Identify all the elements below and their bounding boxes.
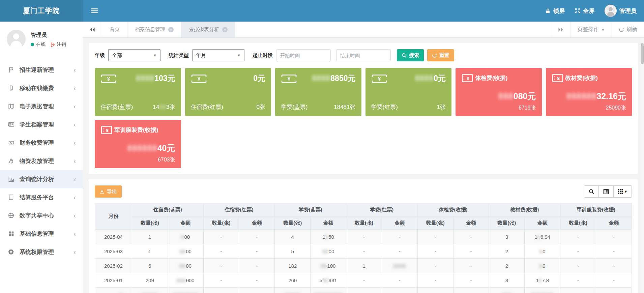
group-column-header: 学费(蓝票) (275, 203, 346, 216)
value-text: - (577, 263, 579, 269)
value-text: - (363, 248, 365, 254)
export-button[interactable]: 导出 (95, 185, 122, 198)
table-columns-button[interactable]: ▼ (614, 185, 632, 198)
tab[interactable]: 票据报表分析× (181, 22, 235, 37)
table-cell: 8888 (382, 259, 417, 273)
month-cell: 2025-02 (95, 259, 132, 273)
download-icon (99, 189, 105, 194)
start-date-input[interactable] (276, 49, 331, 61)
sidebar-item-label: 学生档案管理 (20, 121, 54, 128)
redacted-value: 8 (181, 234, 184, 240)
tab-operations-dropdown[interactable]: 页签操作 ▼ (570, 22, 612, 37)
sidebar-item-label: 查询统计分析 (20, 175, 54, 183)
sidebar-item[interactable]: 招生迎新管理‹ (0, 61, 83, 79)
card-title: 学费(红票) (371, 103, 398, 111)
tab[interactable]: 档案信息管理× (127, 22, 181, 37)
table-view-toolbar: ▼ (584, 185, 632, 198)
sub-column-header: 金额 (453, 216, 489, 230)
sidebar-item[interactable]: 系统权限管理‹ (0, 243, 83, 261)
table-cell (417, 288, 453, 293)
table-list-view-button[interactable] (599, 185, 614, 198)
lock-screen-button[interactable]: 锁屏 (545, 7, 565, 15)
search-button[interactable]: 搜索 (397, 49, 424, 61)
tab-close-icon[interactable]: × (222, 27, 228, 32)
value-text: 100 (327, 263, 335, 269)
fullscreen-button[interactable]: 全屏 (575, 7, 594, 15)
table-cell (239, 288, 275, 293)
table-cell: - (596, 273, 632, 288)
chevron-left-icon: ‹ (74, 176, 76, 182)
stat-type-select[interactable]: 年月 ▼ (192, 49, 244, 61)
value-text: 0元 (253, 74, 265, 83)
value-text: 6703张 (158, 157, 175, 163)
chevron-left-icon: ‹ (74, 157, 76, 164)
value-text: - (256, 277, 258, 283)
sub-column-header: 数量(张) (489, 216, 525, 230)
table-row: 2024-18888888888888888888888888888888888… (95, 288, 632, 293)
redacted-value: 88888888 (173, 292, 198, 293)
refresh-icon (432, 53, 437, 58)
card-amount: 88880元 (415, 73, 446, 84)
caret-down-icon: ▼ (237, 53, 241, 57)
user-menu[interactable]: 管理员 (605, 5, 637, 17)
value-text: - (613, 263, 615, 269)
table-cell: - (239, 230, 275, 244)
tab[interactable]: 首页 (102, 22, 127, 37)
value-text: 2025-01 (104, 277, 123, 283)
redacted-value: 888 (177, 277, 186, 283)
map-icon (7, 103, 15, 109)
table-cell: 182 (275, 259, 311, 273)
tab-close-icon[interactable]: × (168, 27, 174, 32)
grid-icon (7, 231, 15, 237)
redacted-value: 8 (539, 248, 543, 254)
table-cell: - (560, 273, 596, 288)
svg-text:¥: ¥ (288, 76, 291, 82)
grade-select[interactable]: 全部 ▼ (108, 49, 160, 61)
sidebar-item[interactable]: 数字共享中心‹ (0, 206, 83, 225)
table-cell: - (239, 259, 275, 273)
card-amount: 88888840元 (127, 143, 175, 154)
stat-card: ¥0元住宿费(红票)0张 (185, 68, 271, 116)
table-search-button[interactable] (584, 185, 599, 198)
redacted-value: 888 (502, 292, 511, 293)
card-count: 14883张 (153, 103, 175, 111)
refresh-tab-button[interactable]: 刷新 (612, 22, 644, 37)
table-cell: - (382, 273, 417, 288)
sidebar-item[interactable]: 物资发放管理‹ (0, 152, 83, 170)
ticket-yen-icon: ¥ (100, 73, 117, 84)
sidebar-item[interactable]: 电子票据管理‹ (0, 97, 83, 115)
table-cell: 88888888 (168, 288, 203, 293)
vertical-scrollbar-track[interactable] (641, 38, 644, 293)
redacted-value: 88 (322, 248, 329, 254)
mobile-icon (7, 85, 15, 91)
sidebar-item[interactable]: 学生档案管理‹ (0, 115, 83, 134)
vertical-scrollbar-thumb[interactable] (641, 43, 644, 64)
sidebar-item[interactable]: 移动在线缴费‹ (0, 79, 83, 97)
redacted-value: 888888 (127, 143, 157, 153)
tabs-scroll-left-button[interactable] (83, 22, 102, 37)
table-cell: 1 (346, 259, 382, 273)
card-title: 教材费(收据) (565, 74, 598, 82)
sidebar-item[interactable]: 结算服务平台‹ (0, 188, 83, 206)
sidebar-item[interactable]: 查询统计分析‹ (0, 170, 83, 188)
end-date-input[interactable] (336, 49, 391, 61)
value-text: 6.94 (540, 234, 550, 240)
table-cell: 1 (132, 230, 168, 244)
tabs-scroll-right-button[interactable] (551, 22, 570, 37)
sidebar-item[interactable]: 基础信息管理‹ (0, 225, 83, 243)
sidebar-item-label: 系统权限管理 (20, 248, 54, 256)
sidebar-toggle-button[interactable] (91, 0, 98, 22)
sidebar-menu: 招生迎新管理‹移动在线缴费‹电子票据管理‹学生档案管理‹财务收费管理‹物资发放管… (0, 61, 83, 261)
redacted-value: 8888888 (531, 292, 553, 293)
redacted-value: 888 (498, 91, 514, 101)
reset-button[interactable]: 重置 (427, 49, 454, 61)
caret-down-icon: ▼ (601, 28, 605, 32)
value-text: 00 (184, 234, 190, 240)
logout-button[interactable]: 注销 (50, 41, 66, 48)
value-text: 1 (536, 277, 538, 283)
value-text: 5 (291, 248, 294, 254)
sidebar-item[interactable]: 财务收费管理‹ (0, 134, 83, 152)
value-text: - (256, 248, 258, 254)
tab-label: 首页 (110, 26, 120, 33)
value-text: - (470, 263, 472, 269)
